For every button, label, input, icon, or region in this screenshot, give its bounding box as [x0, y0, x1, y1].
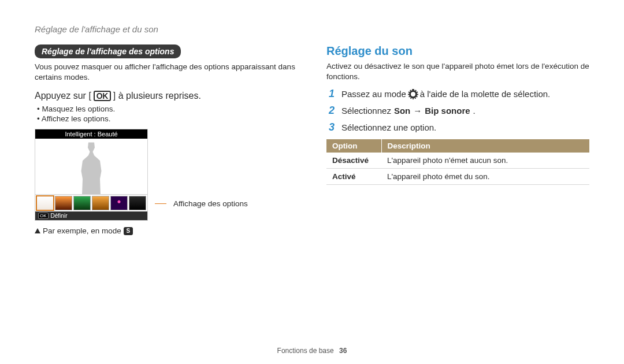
thumbnail [92, 196, 109, 210]
bullet-list: Masquez les options. Affichez les option… [35, 105, 298, 123]
intro-text: Activez ou désactivez le son que l'appar… [326, 61, 589, 82]
step-text-post: à l'aide de la molette de sélection. [420, 89, 551, 99]
gear-icon [409, 90, 417, 98]
thumbnail-selected [36, 196, 54, 210]
left-column: Réglage de l'affichage des options Vous … [35, 44, 298, 235]
cell-desc: L'appareil photo émet du son. [381, 169, 589, 185]
step-bold-1: Son [394, 106, 410, 116]
footer-section: Fonctions de base [277, 347, 334, 355]
camera-mode-label: Intelligent : Beauté [35, 129, 147, 139]
list-item: Affichez les options. [37, 114, 298, 123]
table-header-option: Option [326, 139, 381, 153]
cell-option: Activé [326, 169, 381, 185]
step-3: 3 Sélectionnez une option. [326, 121, 589, 133]
table-row: Activé L'appareil photo émet du son. [326, 169, 589, 185]
page-number: 36 [339, 347, 347, 355]
table-row: Désactivé L'appareil photo n'émet aucun … [326, 153, 589, 169]
step-number: 2 [326, 105, 335, 117]
options-table: Option Description Désactivé L'appareil … [326, 139, 589, 185]
intro-text: Vous pouvez masquer ou afficher l'affich… [35, 62, 298, 83]
example-text: Par exemple, en mode [43, 226, 121, 235]
step-text-pre: Passez au mode [341, 89, 406, 99]
triangle-up-icon [35, 228, 40, 233]
step-2: 2 Sélectionnez Son → Bip sonore. [326, 105, 589, 117]
arrow-icon: → [413, 106, 422, 116]
right-column: Réglage du son Activez ou désactivez le … [326, 44, 589, 235]
step-text-post: . [473, 106, 476, 116]
callout-label: Affichage des options [173, 199, 248, 208]
cell-desc: L'appareil photo n'émet aucun son. [381, 153, 589, 169]
camera-viewfinder [35, 139, 147, 194]
cell-option: Désactivé [326, 153, 381, 169]
step-bold-2: Bip sonore [425, 106, 470, 116]
thumbnail [129, 196, 146, 210]
instruction-post: ] à plusieurs reprises. [113, 91, 201, 101]
table-header-description: Description [381, 139, 589, 153]
section-pill: Réglage de l'affichage des options [35, 44, 181, 58]
thumbnail [110, 196, 128, 210]
step-number: 1 [326, 88, 335, 100]
ok-key-icon: OK [94, 91, 111, 101]
thumbnail [73, 196, 91, 210]
page-header: Réglage de l'affichage et du son [35, 24, 589, 34]
example-note: Par exemple, en mode S [35, 226, 298, 235]
ok-chip-icon: OK [38, 213, 49, 219]
instruction-line: Appuyez sur [ OK ] à plusieurs reprises. [35, 91, 298, 101]
subject-silhouette-icon [77, 142, 106, 194]
step-text-pre: Sélectionnez [341, 106, 391, 116]
instruction-pre: Appuyez sur [ [35, 91, 91, 101]
step-number: 3 [326, 121, 335, 133]
camera-bottom-label: Définir [51, 213, 68, 219]
camera-bottom-bar: OK Définir [35, 211, 147, 220]
camera-preview: Intelligent : Beauté OK Définir [35, 129, 148, 221]
mode-s-icon: S [124, 227, 133, 235]
option-thumbnail-row [35, 194, 147, 211]
list-item: Masquez les options. [37, 105, 298, 113]
thumbnail [55, 196, 72, 210]
section-title: Réglage du son [326, 44, 589, 58]
callout-line-icon [155, 203, 166, 204]
step-text-pre: Sélectionnez une option. [341, 122, 436, 132]
step-list: 1 Passez au mode à l'aide de la molette … [326, 88, 589, 133]
step-1: 1 Passez au mode à l'aide de la molette … [326, 88, 589, 100]
page-footer: Fonctions de base 36 [0, 347, 624, 355]
